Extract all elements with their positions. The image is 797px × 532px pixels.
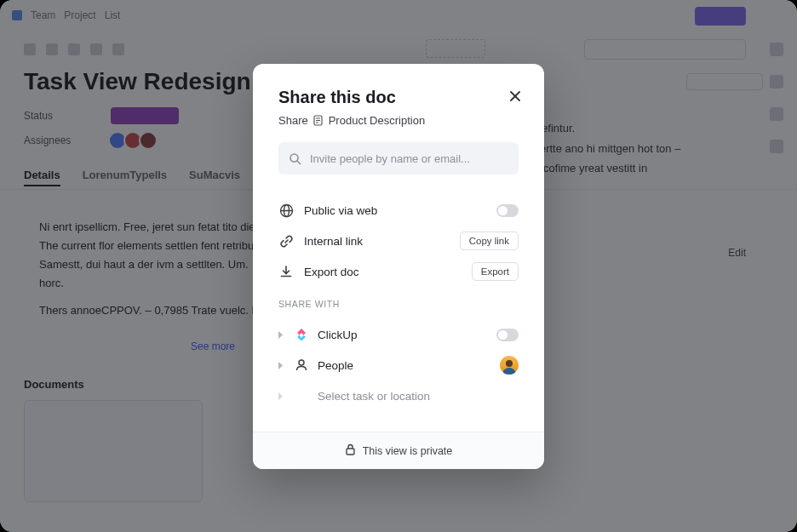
clickup-toggle[interactable]	[496, 329, 519, 341]
search-icon	[289, 152, 301, 165]
public-web-toggle[interactable]	[496, 204, 519, 217]
privacy-text: This view is private	[363, 445, 453, 457]
svg-line-7	[297, 161, 301, 164]
invite-search[interactable]	[278, 142, 519, 174]
share-word: Share	[278, 114, 308, 127]
svg-point-12	[299, 360, 304, 365]
download-icon	[278, 264, 294, 279]
invite-input[interactable]	[310, 152, 508, 165]
export-row: Export doc Export	[278, 256, 519, 287]
public-web-row: Public via web	[278, 195, 519, 226]
modal-title: Share this doc	[278, 88, 519, 107]
modal-footer: This view is private	[253, 432, 544, 469]
chevron-right-icon	[278, 362, 285, 369]
close-icon	[509, 90, 521, 102]
link-icon	[278, 233, 294, 249]
doc-icon	[313, 115, 324, 127]
person-avatar[interactable]	[500, 356, 519, 375]
modal-subtitle: Share Product Description	[278, 114, 519, 127]
chevron-right-icon	[278, 331, 285, 339]
share-people-row[interactable]: People	[278, 350, 519, 380]
close-button[interactable]	[507, 88, 524, 105]
internal-link-row: Internal link Copy link	[278, 226, 519, 256]
share-people-label: People	[318, 359, 491, 372]
globe-icon	[278, 203, 294, 218]
share-clickup-label: ClickUp	[318, 329, 488, 341]
export-button[interactable]: Export	[472, 262, 519, 281]
svg-rect-13	[347, 449, 354, 455]
share-clickup-row[interactable]: ClickUp	[278, 319, 519, 350]
export-doc-label: Export doc	[304, 266, 462, 278]
lock-icon	[345, 443, 356, 458]
copy-link-button[interactable]: Copy link	[460, 232, 519, 250]
select-task-row[interactable]: Select task or location	[278, 380, 519, 411]
doc-name: Product Description	[329, 114, 425, 127]
select-task-placeholder: Select task or location	[318, 390, 519, 403]
share-modal: Share this doc Share Product Description…	[253, 64, 544, 469]
person-icon	[294, 358, 309, 373]
clickup-logo-icon	[294, 327, 309, 342]
share-with-label: SHARE WITH	[278, 299, 519, 309]
public-web-label: Public via web	[304, 204, 486, 217]
internal-link-label: Internal link	[304, 235, 450, 248]
chevron-right-icon	[278, 392, 285, 400]
